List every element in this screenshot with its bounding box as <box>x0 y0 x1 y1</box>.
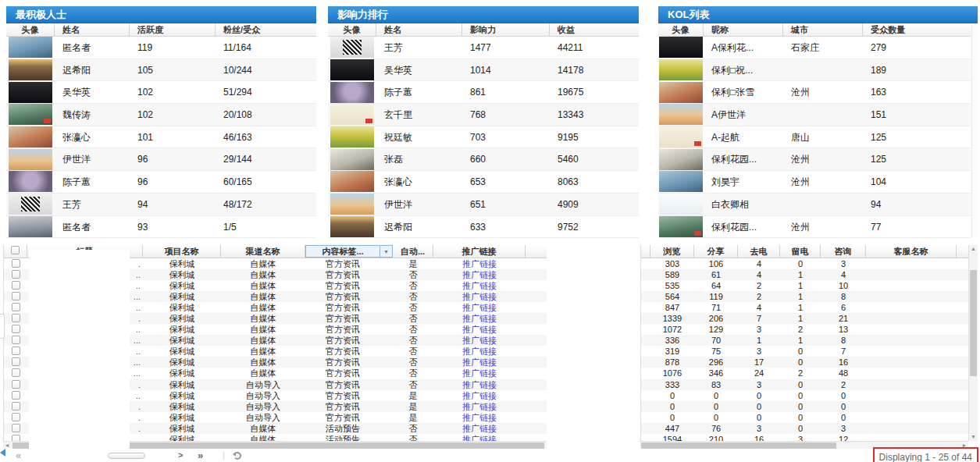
column-header[interactable]: 留电 <box>780 245 821 258</box>
table-row[interactable]: A保利花...石家庄279 <box>658 37 971 59</box>
scrollbar-thumb[interactable] <box>641 442 836 449</box>
table-row[interactable]: 白衣卿相94 <box>658 194 971 216</box>
row-checkbox[interactable] <box>12 325 20 333</box>
column-header[interactable]: 活跃度 <box>130 23 216 36</box>
row-checkbox[interactable] <box>12 368 20 377</box>
refresh-icon[interactable] <box>233 452 241 460</box>
table-row[interactable]: 107634624248 <box>641 368 968 378</box>
select-all-checkbox[interactable] <box>11 246 20 254</box>
column-header-tag[interactable]: 内容标签... <box>305 245 380 258</box>
column-header[interactable]: 浏览 <box>650 245 694 258</box>
row-checkbox[interactable] <box>12 303 20 311</box>
table-row[interactable]: 87829617016 <box>641 357 968 368</box>
table-row[interactable]: 159421016312 <box>641 434 968 441</box>
table-row[interactable]: 00000 <box>641 412 968 423</box>
table-row[interactable]: 535642110 <box>641 280 968 291</box>
table-row[interactable]: 31975307 <box>641 346 968 357</box>
row-checkbox[interactable] <box>12 314 20 322</box>
panel-collapse-handle[interactable] <box>0 314 5 339</box>
row-checkbox[interactable] <box>12 270 20 279</box>
table-row[interactable]: 张瀛心10146/163 <box>6 126 316 149</box>
promo-link[interactable]: 推广链接 <box>462 391 497 400</box>
column-header[interactable]: 分享 <box>694 245 738 258</box>
column-header-project[interactable]: 项目名称 <box>143 245 221 258</box>
promo-link[interactable]: 推广链接 <box>462 292 497 301</box>
row-checkbox[interactable] <box>12 391 20 400</box>
table-row[interactable]: 44776303 <box>641 423 968 434</box>
first-page-button[interactable]: « <box>16 450 21 461</box>
table-row[interactable]: 00000 <box>641 390 968 401</box>
column-header[interactable]: 客服名称 <box>866 245 957 258</box>
row-checkbox[interactable] <box>12 346 20 355</box>
table-row[interactable]: 33670118 <box>641 335 968 346</box>
table-row[interactable]: 刘昊宇沧州104 <box>658 171 971 194</box>
column-header[interactable]: 城市 <box>783 23 863 36</box>
scrollbar-gutter[interactable] <box>971 24 978 237</box>
table-row[interactable]: 303106403 <box>641 258 968 269</box>
table-row[interactable]: 保利花园...沧州125 <box>658 148 971 171</box>
column-header[interactable]: 去电 <box>738 245 780 258</box>
table-row[interactable]: 王芳147744211 <box>328 37 639 59</box>
row-checkbox[interactable] <box>12 357 20 366</box>
table-row[interactable]: 吴华英10251/294 <box>6 81 316 104</box>
table-row[interactable]: 王芳9448/172 <box>6 194 316 216</box>
select-all-checkbox-cell[interactable] <box>4 245 27 258</box>
table-row[interactable]: 迟希阳10510/244 <box>6 59 316 82</box>
chevron-down-icon[interactable]: ▼ <box>380 245 393 258</box>
column-header[interactable]: 收益 <box>550 23 639 36</box>
table-row[interactable]: A-起航唐山125 <box>658 126 971 149</box>
promo-link[interactable]: 推广链接 <box>462 303 497 312</box>
next-page-button[interactable]: > <box>178 450 183 460</box>
column-header[interactable]: 昵称 <box>704 23 783 36</box>
column-header[interactable]: 头像 <box>6 23 55 36</box>
table-row[interactable]: 吴华英101414178 <box>328 59 639 82</box>
column-header[interactable]: 头像 <box>328 23 376 36</box>
scroll-up-icon[interactable]: ▲ <box>970 245 977 253</box>
row-checkbox[interactable] <box>12 336 20 344</box>
column-header[interactable]: 粉丝/受众 <box>216 23 316 36</box>
table-row[interactable]: 祝廷敏7039195 <box>328 126 639 149</box>
table-row[interactable]: 陈子蕙86119675 <box>328 81 639 104</box>
last-page-button[interactable]: » <box>198 450 203 461</box>
promo-link[interactable]: 推广链接 <box>462 402 497 411</box>
table-row[interactable]: 保利□张雪沧州163 <box>658 81 971 104</box>
table-row[interactable]: 伊世洋6514909 <box>328 194 639 216</box>
table-row[interactable]: 玄千里76813343 <box>328 104 639 126</box>
vertical-scrollbar-right-grid[interactable]: ▲ ▼ <box>968 245 978 441</box>
column-header-promo-link[interactable]: 推广链接 <box>433 245 526 258</box>
row-checkbox[interactable] <box>12 402 20 410</box>
promo-link[interactable]: 推广链接 <box>462 336 497 345</box>
table-row[interactable]: 保利□祝...189 <box>658 59 971 82</box>
table-row[interactable]: 58961414 <box>641 269 968 280</box>
table-row[interactable]: 匿名者11911/164 <box>6 37 316 59</box>
table-row[interactable]: 迟希阳6339752 <box>328 216 639 239</box>
column-header[interactable]: 咨询 <box>821 245 866 258</box>
table-row[interactable]: 魏传涛10220/108 <box>6 104 316 126</box>
row-checkbox[interactable] <box>12 413 20 421</box>
column-header-auto[interactable]: 自动... <box>393 245 433 258</box>
table-row[interactable]: 13392067121 <box>641 313 968 324</box>
column-header[interactable]: 头像 <box>658 23 704 36</box>
promo-link[interactable]: 推广链接 <box>462 325 497 334</box>
table-row[interactable]: A伊世洋151 <box>658 104 971 126</box>
column-header[interactable]: 姓名 <box>376 23 462 36</box>
promo-link[interactable]: 推广链接 <box>462 270 497 279</box>
promo-link[interactable]: 推广链接 <box>462 259 497 268</box>
promo-link[interactable]: 推广链接 <box>462 380 497 389</box>
promo-link[interactable]: 推广链接 <box>462 424 497 433</box>
promo-link[interactable]: 推广链接 <box>462 368 497 378</box>
page-number-input[interactable] <box>108 453 145 459</box>
promo-link[interactable]: 推广链接 <box>462 413 497 422</box>
table-row[interactable]: 匿名者931/5 <box>6 216 316 239</box>
promo-link[interactable]: 推广链接 <box>462 346 497 356</box>
row-checkbox[interactable] <box>12 380 20 389</box>
promo-link[interactable]: 推广链接 <box>462 435 497 441</box>
promo-link[interactable]: 推广链接 <box>462 281 497 290</box>
row-checkbox[interactable] <box>12 259 20 268</box>
column-header[interactable]: 姓名 <box>55 23 130 36</box>
table-row[interactable]: 张瀛心6538063 <box>328 171 639 194</box>
table-row[interactable]: 10721293213 <box>641 324 968 335</box>
promo-link[interactable]: 推广链接 <box>462 357 497 367</box>
table-row[interactable]: 84771416 <box>641 302 968 313</box>
row-checkbox[interactable] <box>12 281 20 290</box>
